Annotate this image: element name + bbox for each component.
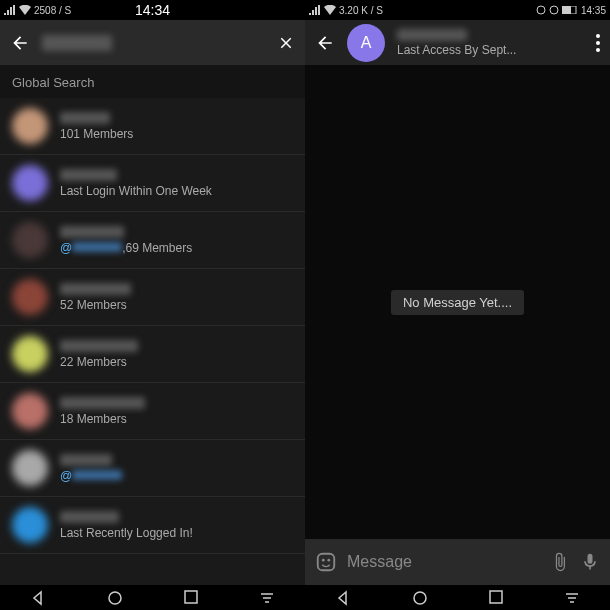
list-item[interactable]: 22 Members bbox=[0, 326, 305, 383]
item-title bbox=[60, 112, 110, 124]
svg-rect-11 bbox=[185, 591, 197, 603]
nav-menu-icon[interactable] bbox=[564, 590, 580, 606]
item-subtitle: 52 Members bbox=[60, 298, 293, 312]
search-header bbox=[0, 20, 305, 65]
item-content: 22 Members bbox=[60, 340, 293, 369]
item-subtitle: @,69 Members bbox=[60, 241, 293, 255]
nav-recent-icon[interactable] bbox=[184, 590, 198, 606]
chat-header: A Last Access By Sept... bbox=[305, 20, 610, 65]
item-content: @ bbox=[60, 454, 293, 483]
avatar bbox=[12, 279, 48, 315]
item-content: 18 Members bbox=[60, 397, 293, 426]
item-subtitle: 22 Members bbox=[60, 355, 293, 369]
list-item[interactable]: 52 Members bbox=[0, 269, 305, 326]
alarm-icon bbox=[549, 5, 559, 15]
chat-header-info[interactable]: Last Access By Sept... bbox=[397, 29, 516, 57]
emoji-icon[interactable] bbox=[315, 551, 337, 573]
svg-rect-7 bbox=[318, 554, 335, 571]
item-content: @,69 Members bbox=[60, 226, 293, 255]
back-icon[interactable] bbox=[10, 33, 30, 53]
more-icon[interactable] bbox=[596, 34, 600, 52]
svg-rect-13 bbox=[490, 591, 502, 603]
item-title bbox=[60, 340, 138, 352]
item-content: Last Recently Logged In! bbox=[60, 511, 293, 540]
net-speed: 3.20 K / S bbox=[339, 5, 383, 16]
search-input[interactable] bbox=[42, 35, 112, 51]
chat-body: No Message Yet.... bbox=[305, 65, 610, 539]
svg-rect-3 bbox=[562, 6, 571, 14]
item-title bbox=[60, 511, 119, 523]
message-input[interactable]: Message bbox=[347, 553, 540, 571]
item-title bbox=[60, 169, 117, 181]
wifi-icon bbox=[324, 5, 336, 15]
mic-icon[interactable] bbox=[580, 552, 600, 572]
avatar bbox=[12, 393, 48, 429]
nav-recent-icon[interactable] bbox=[489, 590, 503, 606]
nav-bar bbox=[0, 585, 610, 610]
svg-point-6 bbox=[596, 48, 600, 52]
svg-point-12 bbox=[414, 592, 426, 604]
avatar bbox=[12, 450, 48, 486]
chat-status: Last Access By Sept... bbox=[397, 43, 516, 57]
svg-point-8 bbox=[322, 559, 325, 562]
avatar bbox=[12, 336, 48, 372]
svg-point-4 bbox=[596, 34, 600, 38]
avatar bbox=[12, 222, 48, 258]
status-time: 14:35 bbox=[581, 5, 606, 16]
status-time: 14:34 bbox=[135, 2, 170, 18]
avatar bbox=[12, 165, 48, 201]
svg-point-0 bbox=[537, 6, 545, 14]
list-item[interactable]: 18 Members bbox=[0, 383, 305, 440]
avatar[interactable]: A bbox=[347, 24, 385, 62]
section-label: Global Search bbox=[0, 65, 305, 98]
item-subtitle: Last Recently Logged In! bbox=[60, 526, 293, 540]
item-title bbox=[60, 283, 131, 295]
item-content: 52 Members bbox=[60, 283, 293, 312]
svg-point-9 bbox=[327, 559, 330, 562]
status-bar-left: 2508 / S 14:34 bbox=[0, 0, 305, 20]
status-bar-right: 3.20 K / S 14:35 bbox=[305, 0, 610, 20]
list-item[interactable]: Last Login Within One Week bbox=[0, 155, 305, 212]
item-title bbox=[60, 397, 145, 409]
avatar bbox=[12, 108, 48, 144]
chat-title bbox=[397, 29, 467, 41]
nav-home-icon[interactable] bbox=[107, 590, 123, 606]
item-subtitle: Last Login Within One Week bbox=[60, 184, 293, 198]
battery-icon bbox=[562, 6, 578, 14]
item-title bbox=[60, 454, 112, 466]
list-item[interactable]: @,69 Members bbox=[0, 212, 305, 269]
empty-message: No Message Yet.... bbox=[391, 290, 524, 315]
nav-back-icon[interactable] bbox=[30, 590, 46, 606]
svg-point-1 bbox=[550, 6, 558, 14]
list-item[interactable]: @ bbox=[0, 440, 305, 497]
signal-icon bbox=[4, 5, 16, 15]
net-speed: 2508 / S bbox=[34, 5, 71, 16]
back-icon[interactable] bbox=[315, 33, 335, 53]
list-item[interactable]: Last Recently Logged In! bbox=[0, 497, 305, 554]
item-content: Last Login Within One Week bbox=[60, 169, 293, 198]
list-item[interactable]: 101 Members bbox=[0, 98, 305, 155]
nav-back-icon[interactable] bbox=[335, 590, 351, 606]
attach-icon[interactable] bbox=[550, 552, 570, 572]
nav-home-icon[interactable] bbox=[412, 590, 428, 606]
item-subtitle: 18 Members bbox=[60, 412, 293, 426]
signal-icon bbox=[309, 5, 321, 15]
item-title bbox=[60, 226, 124, 238]
item-subtitle: 101 Members bbox=[60, 127, 293, 141]
svg-point-5 bbox=[596, 41, 600, 45]
chat-input-bar: Message bbox=[305, 539, 610, 585]
avatar bbox=[12, 507, 48, 543]
nav-menu-icon[interactable] bbox=[259, 590, 275, 606]
clear-icon[interactable] bbox=[277, 34, 295, 52]
item-content: 101 Members bbox=[60, 112, 293, 141]
alarm-icon bbox=[536, 5, 546, 15]
wifi-icon bbox=[19, 5, 31, 15]
item-subtitle: @ bbox=[60, 469, 293, 483]
search-results: 101 MembersLast Login Within One Week@,6… bbox=[0, 98, 305, 585]
svg-point-10 bbox=[109, 592, 121, 604]
